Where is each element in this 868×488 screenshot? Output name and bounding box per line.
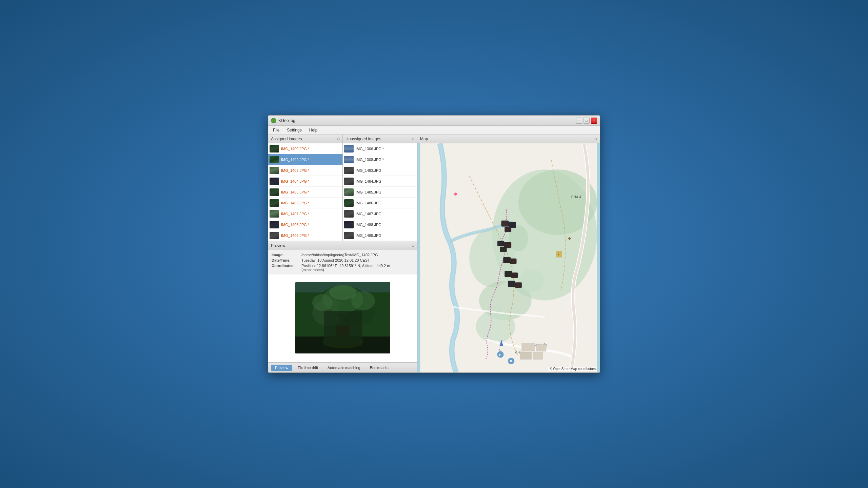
item-thumbnail: [344, 232, 354, 239]
item-thumbnail: [270, 178, 279, 185]
assigned-images-list[interactable]: IMG_1400.JPG * IMG_1402.JPG * IMG_1403.J…: [268, 143, 342, 241]
item-label: IMG_1486.JPG: [356, 201, 381, 205]
app-icon: 🌿: [271, 118, 276, 123]
map-icon[interactable]: ◇: [594, 137, 597, 141]
image-info-row: Image: /home/tobias/tmp/kgeotagTest/IMG_…: [272, 253, 414, 257]
item-label: IMG_1409.JPG *: [281, 233, 309, 238]
bookmarks-button[interactable]: Bookmarks: [366, 365, 393, 371]
assigned-images-header: Assigned images ◇: [268, 135, 342, 143]
coordinates-note: (exact match): [301, 268, 324, 272]
left-panel: Assigned images ◇ IMG_1400.JPG * IMG_140…: [268, 135, 417, 372]
map-panel: Map ◇: [417, 135, 600, 372]
item-label: IMG_1306.JPG *: [356, 147, 384, 151]
datetime-value: Tuesday, 18 August 2020 12:01:20 CEST: [301, 258, 370, 262]
fix-time-drift-button[interactable]: Fix time drift: [294, 365, 322, 371]
item-label: IMG_1403.JPG *: [281, 168, 309, 172]
list-item[interactable]: IMG_1402.JPG *: [268, 154, 342, 165]
item-label: IMG_1485.JPG: [356, 190, 381, 194]
item-thumbnail: [270, 232, 279, 239]
item-label: IMG_1405.JPG *: [281, 190, 309, 194]
unassigned-images-title: Unassigned images: [346, 137, 381, 141]
item-thumbnail: [344, 199, 354, 207]
coordinates-container: Position: 12.86106° E, 49.31591° N; Alti…: [301, 264, 390, 272]
list-item[interactable]: IMG_1483.JPG: [343, 165, 417, 176]
list-item[interactable]: IMG_1400.JPG *: [268, 143, 342, 154]
svg-rect-23: [497, 241, 504, 246]
svg-point-8: [322, 335, 363, 348]
title-bar-controls: − □ ✕: [576, 118, 597, 124]
svg-rect-31: [515, 282, 521, 287]
menu-settings[interactable]: Settings: [283, 127, 305, 134]
unassigned-images-icon[interactable]: ◇: [412, 137, 414, 141]
svg-text:P: P: [499, 353, 501, 357]
preview-area: Preview ◇ Image: /home/tobias/tmp/kgeota…: [268, 241, 417, 362]
unassigned-images-header: Unassigned images ◇: [343, 135, 417, 143]
image-value: /home/tobias/tmp/kgeotagTest/IMG_1402.JP…: [301, 253, 378, 257]
coordinates-info-row: Coordinates: Position: 12.86106° E, 49.3…: [272, 264, 414, 272]
svg-point-18: [509, 225, 528, 251]
assigned-images-icon[interactable]: ◇: [337, 137, 340, 141]
bottom-toolbar: Preview Fix time drift Automatic matchin…: [268, 362, 417, 372]
preview-image-container: [268, 274, 417, 362]
svg-point-11: [329, 285, 356, 300]
window-title: KGeoTag: [278, 118, 295, 123]
item-thumbnail: [270, 156, 279, 163]
list-item[interactable]: IMG_1487.JPG: [343, 208, 417, 219]
list-item[interactable]: IMG_1404.JPG *: [268, 176, 342, 187]
item-thumbnail: [270, 167, 279, 174]
item-label: IMG_1400.JPG *: [281, 147, 309, 151]
map-container[interactable]: CHA 4 CHA 4 Daberger Straße P P A: [417, 143, 600, 372]
svg-rect-25: [500, 247, 507, 252]
assigned-images-pane: Assigned images ◇ IMG_1400.JPG * IMG_140…: [268, 135, 343, 241]
list-item[interactable]: IMG_1485.JPG: [343, 187, 417, 198]
preview-icon[interactable]: ◇: [412, 243, 414, 248]
list-item[interactable]: IMG_1486.JPG: [343, 198, 417, 208]
svg-text:⚜: ⚜: [557, 253, 560, 256]
svg-text:P: P: [510, 359, 512, 363]
map-attribution: © OpenStreetMap contributors: [548, 367, 597, 371]
list-item[interactable]: IMG_1306.JPG *: [343, 143, 417, 154]
main-window: 🌿 KGeoTag − □ ✕ File Settings Help Assig…: [268, 115, 600, 373]
item-label: IMG_1408.JPG *: [281, 223, 309, 227]
item-label: IMG_1406.JPG *: [281, 201, 309, 205]
menu-file[interactable]: File: [270, 127, 283, 134]
svg-rect-7: [295, 337, 390, 353]
unassigned-images-list[interactable]: IMG_1306.JPG * IMG_1308.JPG * IMG_1483.J…: [343, 143, 417, 241]
list-item[interactable]: IMG_1489.JPG: [343, 230, 417, 241]
menu-help[interactable]: Help: [306, 127, 321, 134]
image-label: Image:: [272, 253, 299, 257]
svg-point-17: [476, 310, 515, 343]
close-button[interactable]: ✕: [591, 118, 597, 124]
list-item[interactable]: IMG_1484.JPG: [343, 176, 417, 187]
list-item[interactable]: IMG_1407.JPG *: [268, 208, 342, 219]
item-label: IMG_1404.JPG *: [281, 179, 309, 183]
svg-text:✚: ✚: [568, 237, 571, 241]
list-item[interactable]: IMG_1488.JPG: [343, 219, 417, 230]
list-item[interactable]: IMG_1406.JPG *: [268, 198, 342, 208]
coordinates-value: Position: 12.86106° E, 49.31591° N; Alti…: [301, 264, 390, 268]
preview-button[interactable]: Preview: [271, 365, 292, 371]
list-item[interactable]: IMG_1409.JPG *: [268, 230, 342, 241]
coordinates-label: Coordinates:: [272, 264, 299, 272]
svg-rect-29: [511, 272, 518, 278]
lists-area: Assigned images ◇ IMG_1400.JPG * IMG_140…: [268, 135, 417, 241]
preview-header: Preview ◇: [268, 241, 417, 250]
list-item[interactable]: IMG_1403.JPG *: [268, 165, 342, 176]
unassigned-images-pane: Unassigned images ◇ IMG_1306.JPG * IMG_1…: [343, 135, 417, 241]
item-label: IMG_1488.JPG: [356, 223, 381, 227]
assigned-images-title: Assigned images: [271, 137, 302, 141]
list-item[interactable]: IMG_1405.JPG *: [268, 187, 342, 198]
minimize-button[interactable]: −: [576, 118, 582, 124]
item-thumbnail: [344, 221, 354, 228]
item-thumbnail: [270, 199, 279, 207]
svg-rect-26: [504, 257, 511, 263]
item-thumbnail: [344, 178, 354, 185]
list-item[interactable]: IMG_1408.JPG *: [268, 219, 342, 230]
map-header: Map ◇: [417, 135, 600, 143]
list-item[interactable]: IMG_1308.JPG *: [343, 154, 417, 165]
item-thumbnail: [270, 210, 279, 218]
svg-rect-28: [505, 271, 512, 277]
maximize-button[interactable]: □: [584, 118, 590, 124]
automatic-matching-button[interactable]: Automatic matching: [323, 365, 364, 371]
svg-text:A: A: [498, 348, 501, 352]
